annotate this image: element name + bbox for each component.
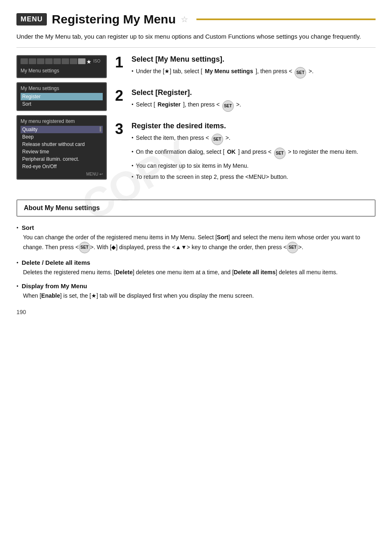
step1-number: 1 (115, 55, 127, 70)
scroll-indicator: ▐ (98, 127, 101, 131)
main-content: ★ ISO My Menu settings My Menu settings … (16, 55, 376, 191)
screen3-item-quality: Quality ▐ (21, 126, 103, 133)
screenshots-column: ★ ISO My Menu settings My Menu settings … (16, 55, 107, 191)
tab-bar: ★ ISO (21, 58, 103, 64)
page-title: Registering My Menu (52, 12, 176, 26)
title-line (196, 19, 376, 20)
set-button-3b: SET (274, 148, 286, 159)
delete-section: Delete / Delete all items Deletes the re… (16, 259, 376, 277)
delete-body: Deletes the registered menu items. [Dele… (16, 268, 376, 277)
step3-number: 3 (115, 122, 127, 137)
step3-bullet-2: On the confirmation dialog, select [OK] … (131, 148, 376, 159)
tab-icon-star: ★ (86, 58, 92, 64)
steps-column: 1 Select [My Menu settings]. Under the [… (115, 55, 376, 191)
tab-icon-2 (29, 58, 36, 64)
step-3: 3 Register the desired items. Select the… (115, 122, 376, 184)
screen1: ★ ISO My Menu settings (16, 55, 107, 78)
step2-content: Select [Register]. Select [Register], th… (131, 88, 376, 114)
display-body: When [Enable] is set, the [★] tab will b… (16, 291, 376, 300)
about-section: About My Menu settings (16, 199, 376, 217)
screen3: My menu registered item Quality ▐ Beep R… (16, 115, 107, 180)
star-icon: ☆ (181, 14, 188, 24)
screen3-item-review: Review time (21, 148, 103, 155)
set-button-sort2: SET (287, 242, 298, 253)
screen2-item-sort: Sort (21, 100, 103, 108)
display-section: Display from My Menu When [Enable] is se… (16, 282, 376, 300)
step2-bullet-1: Select [Register], then press <SET>. (131, 100, 376, 112)
screen3-footer: MENU ↩ (21, 172, 103, 176)
tab-icon-3 (37, 58, 44, 64)
tab-icon-8 (78, 58, 85, 64)
step3-bullet-4: To return to the screen in step 2, press… (131, 173, 376, 181)
step2-title: Select [Register]. (131, 88, 376, 97)
step2-number: 2 (115, 88, 127, 103)
tab-icon-7 (70, 58, 77, 64)
tab-icon-1 (21, 58, 28, 64)
screen3-item-release: Release shutter without card (21, 141, 103, 148)
about-title: About My Menu settings (24, 204, 368, 212)
set-button-1: SET (295, 67, 306, 79)
step-1: 1 Select [My Menu settings]. Under the [… (115, 55, 376, 81)
page-header: MENU Registering My Menu ☆ (16, 12, 376, 26)
sort-body: You can change the order of the register… (16, 233, 376, 253)
step3-title: Register the desired items. (131, 122, 376, 130)
tab-icon-6 (62, 58, 69, 64)
set-button-sort1: SET (79, 242, 90, 253)
sort-section: Sort You can change the order of the reg… (16, 224, 376, 253)
step3-bullet-1: Select the item, then press <SET>. (131, 134, 376, 145)
screen2-item-register: Register (21, 93, 103, 100)
screen3-item-peripheral: Peripheral illumin. correct. (21, 155, 103, 163)
tab-icon-5 (53, 58, 61, 64)
screen1-label: My Menu settings (21, 67, 103, 75)
screen3-title: My menu registered item (21, 118, 103, 124)
screen3-item-redeye: Red-eye On/Off (21, 163, 103, 170)
delete-title: Delete / Delete all items (16, 259, 376, 266)
set-button-3a: SET (212, 134, 223, 145)
step1-bullets: Under the [★] tab, select [My Menu setti… (131, 67, 376, 79)
step-2: 2 Select [Register]. Select [Register], … (115, 88, 376, 114)
menu-badge: MENU (16, 13, 47, 25)
tab-icon-4 (45, 58, 53, 64)
screen2-title: My Menu settings (21, 86, 103, 91)
step1-content: Select [My Menu settings]. Under the [★]… (131, 55, 376, 81)
step3-content: Register the desired items. Select the i… (131, 122, 376, 184)
set-button-2: SET (222, 100, 234, 112)
intro-text: Under the My Menu tab, you can register … (16, 32, 376, 48)
step3-bullet-3: You can register up to six items in My M… (131, 162, 376, 170)
step1-bullet-1: Under the [★] tab, select [My Menu setti… (131, 67, 376, 79)
step2-bullets: Select [Register], then press <SET>. (131, 100, 376, 112)
screen3-item-beep: Beep (21, 133, 103, 141)
step3-bullets: Select the item, then press <SET>. On th… (131, 134, 376, 181)
display-title: Display from My Menu (16, 282, 376, 289)
step1-title: Select [My Menu settings]. (131, 55, 376, 64)
iso-label: ISO (93, 59, 100, 63)
page-number: 190 (16, 309, 376, 315)
screen2: My Menu settings Register Sort (16, 82, 107, 111)
sort-title: Sort (16, 224, 376, 231)
